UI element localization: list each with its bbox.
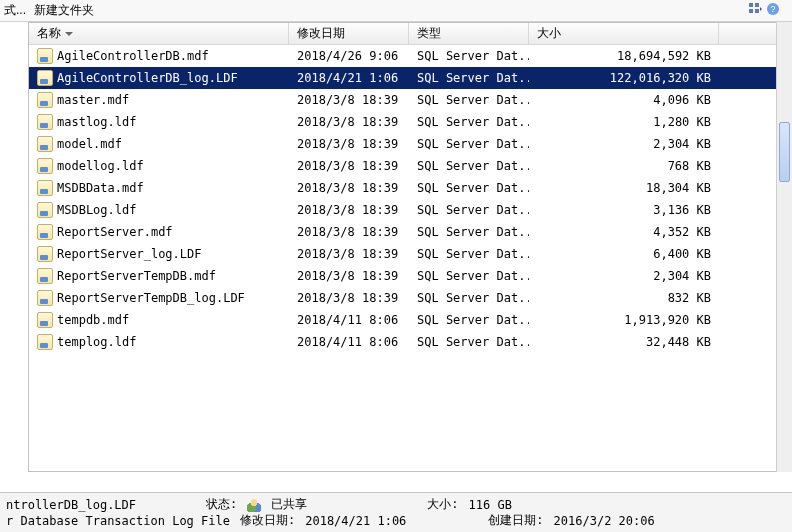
sort-arrow-icon bbox=[65, 32, 73, 36]
file-type-cell: SQL Server Dat... bbox=[409, 137, 529, 151]
file-type-cell: SQL Server Dat... bbox=[409, 115, 529, 129]
file-size-cell: 1,280 KB bbox=[529, 115, 719, 129]
file-name-text: ReportServer_log.LDF bbox=[57, 247, 202, 261]
column-header-size-label: 大小 bbox=[537, 25, 561, 42]
status-size-label: 大小: bbox=[427, 496, 458, 513]
file-type-cell: SQL Server Dat... bbox=[409, 159, 529, 173]
file-size-cell: 3,136 KB bbox=[529, 203, 719, 217]
file-date-cell: 2018/3/8 18:39 bbox=[289, 115, 409, 129]
status-selected-name: ntrollerDB_log.LDF bbox=[6, 498, 136, 512]
file-list[interactable]: AgileControllerDB.mdf2018/4/26 9:06SQL S… bbox=[29, 45, 783, 471]
column-header-name[interactable]: 名称 bbox=[29, 23, 289, 44]
file-name-cell[interactable]: tempdb.mdf bbox=[29, 312, 289, 328]
file-row[interactable]: AgileControllerDB_log.LDF2018/4/21 1:06S… bbox=[29, 67, 783, 89]
column-header-row: 名称 修改日期 类型 大小 bbox=[29, 23, 783, 45]
file-row[interactable]: master.mdf2018/3/8 18:39SQL Server Dat..… bbox=[29, 89, 783, 111]
file-date-cell: 2018/3/8 18:39 bbox=[289, 203, 409, 217]
column-header-size[interactable]: 大小 bbox=[529, 23, 719, 44]
file-name-cell[interactable]: modellog.ldf bbox=[29, 158, 289, 174]
file-name-cell[interactable]: master.mdf bbox=[29, 92, 289, 108]
file-date-cell: 2018/4/11 8:06 bbox=[289, 335, 409, 349]
status-mod-value: 2018/4/21 1:06 bbox=[305, 514, 406, 528]
toolbar-left-truncated: 式... bbox=[4, 2, 26, 19]
file-list-panel: 名称 修改日期 类型 大小 AgileControllerDB.mdf2018/… bbox=[28, 22, 784, 472]
file-name-cell[interactable]: mastlog.ldf bbox=[29, 114, 289, 130]
file-name-cell[interactable]: AgileControllerDB_log.LDF bbox=[29, 70, 289, 86]
file-name-cell[interactable]: ReportServerTempDB_log.LDF bbox=[29, 290, 289, 306]
file-name-text: ReportServerTempDB.mdf bbox=[57, 269, 216, 283]
db-file-icon bbox=[37, 114, 53, 130]
file-name-cell[interactable]: MSDBLog.ldf bbox=[29, 202, 289, 218]
status-size-value: 116 GB bbox=[469, 498, 512, 512]
status-type-line: r Database Transaction Log File bbox=[6, 514, 230, 528]
file-row[interactable]: templog.ldf2018/4/11 8:06SQL Server Dat.… bbox=[29, 331, 783, 353]
file-row[interactable]: MSDBLog.ldf2018/3/8 18:39SQL Server Dat.… bbox=[29, 199, 783, 221]
file-row[interactable]: ReportServer_log.LDF2018/3/8 18:39SQL Se… bbox=[29, 243, 783, 265]
db-file-icon bbox=[37, 92, 53, 108]
db-file-icon bbox=[37, 290, 53, 306]
file-size-cell: 18,304 KB bbox=[529, 181, 719, 195]
db-file-icon bbox=[37, 312, 53, 328]
file-type-cell: SQL Server Dat... bbox=[409, 93, 529, 107]
status-state-value: 已共享 bbox=[271, 496, 307, 513]
svg-text:?: ? bbox=[770, 4, 775, 14]
db-file-icon bbox=[37, 48, 53, 64]
file-row[interactable]: MSDBData.mdf2018/3/8 18:39SQL Server Dat… bbox=[29, 177, 783, 199]
file-name-cell[interactable]: templog.ldf bbox=[29, 334, 289, 350]
file-type-cell: SQL Server Dat... bbox=[409, 313, 529, 327]
file-row[interactable]: ReportServer.mdf2018/3/8 18:39SQL Server… bbox=[29, 221, 783, 243]
file-date-cell: 2018/3/8 18:39 bbox=[289, 291, 409, 305]
file-type-cell: SQL Server Dat... bbox=[409, 71, 529, 85]
file-size-cell: 1,913,920 KB bbox=[529, 313, 719, 327]
file-size-cell: 2,304 KB bbox=[529, 269, 719, 283]
file-name-cell[interactable]: ReportServer_log.LDF bbox=[29, 246, 289, 262]
db-file-icon bbox=[37, 70, 53, 86]
file-name-text: modellog.ldf bbox=[57, 159, 144, 173]
file-row[interactable]: ReportServerTempDB.mdf2018/3/8 18:39SQL … bbox=[29, 265, 783, 287]
file-date-cell: 2018/3/8 18:39 bbox=[289, 225, 409, 239]
db-file-icon bbox=[37, 268, 53, 284]
file-name-text: AgileControllerDB.mdf bbox=[57, 49, 209, 63]
file-type-cell: SQL Server Dat... bbox=[409, 247, 529, 261]
column-header-date[interactable]: 修改日期 bbox=[289, 23, 409, 44]
svg-rect-0 bbox=[749, 3, 753, 7]
file-size-cell: 18,694,592 KB bbox=[529, 49, 719, 63]
column-header-type[interactable]: 类型 bbox=[409, 23, 529, 44]
column-header-type-label: 类型 bbox=[417, 25, 441, 42]
file-name-cell[interactable]: MSDBData.mdf bbox=[29, 180, 289, 196]
file-size-cell: 32,448 KB bbox=[529, 335, 719, 349]
svg-rect-1 bbox=[755, 3, 759, 7]
file-name-cell[interactable]: model.mdf bbox=[29, 136, 289, 152]
file-size-cell: 6,400 KB bbox=[529, 247, 719, 261]
file-size-cell: 122,016,320 KB bbox=[529, 71, 719, 85]
file-row[interactable]: AgileControllerDB.mdf2018/4/26 9:06SQL S… bbox=[29, 45, 783, 67]
db-file-icon bbox=[37, 246, 53, 262]
file-type-cell: SQL Server Dat... bbox=[409, 49, 529, 63]
file-date-cell: 2018/4/26 9:06 bbox=[289, 49, 409, 63]
file-row[interactable]: model.mdf2018/3/8 18:39SQL Server Dat...… bbox=[29, 133, 783, 155]
file-name-text: AgileControllerDB_log.LDF bbox=[57, 71, 238, 85]
file-size-cell: 2,304 KB bbox=[529, 137, 719, 151]
vertical-scrollbar[interactable] bbox=[776, 22, 792, 472]
file-name-cell[interactable]: AgileControllerDB.mdf bbox=[29, 48, 289, 64]
view-mode-icon[interactable] bbox=[748, 2, 762, 19]
status-created-label: 创建日期: bbox=[488, 512, 543, 529]
db-file-icon bbox=[37, 202, 53, 218]
column-header-date-label: 修改日期 bbox=[297, 25, 345, 42]
file-date-cell: 2018/3/8 18:39 bbox=[289, 269, 409, 283]
file-row[interactable]: tempdb.mdf2018/4/11 8:06SQL Server Dat..… bbox=[29, 309, 783, 331]
help-icon[interactable]: ? bbox=[766, 2, 780, 19]
file-name-cell[interactable]: ReportServerTempDB.mdf bbox=[29, 268, 289, 284]
file-row[interactable]: mastlog.ldf2018/3/8 18:39SQL Server Dat.… bbox=[29, 111, 783, 133]
file-row[interactable]: modellog.ldf2018/3/8 18:39SQL Server Dat… bbox=[29, 155, 783, 177]
nav-pane-edge bbox=[0, 22, 28, 472]
file-name-cell[interactable]: ReportServer.mdf bbox=[29, 224, 289, 240]
file-date-cell: 2018/3/8 18:39 bbox=[289, 181, 409, 195]
file-name-text: MSDBData.mdf bbox=[57, 181, 144, 195]
file-size-cell: 832 KB bbox=[529, 291, 719, 305]
file-name-text: model.mdf bbox=[57, 137, 122, 151]
new-folder-button[interactable]: 新建文件夹 bbox=[34, 2, 94, 19]
file-name-text: tempdb.mdf bbox=[57, 313, 129, 327]
file-row[interactable]: ReportServerTempDB_log.LDF2018/3/8 18:39… bbox=[29, 287, 783, 309]
scrollbar-thumb[interactable] bbox=[779, 122, 790, 182]
